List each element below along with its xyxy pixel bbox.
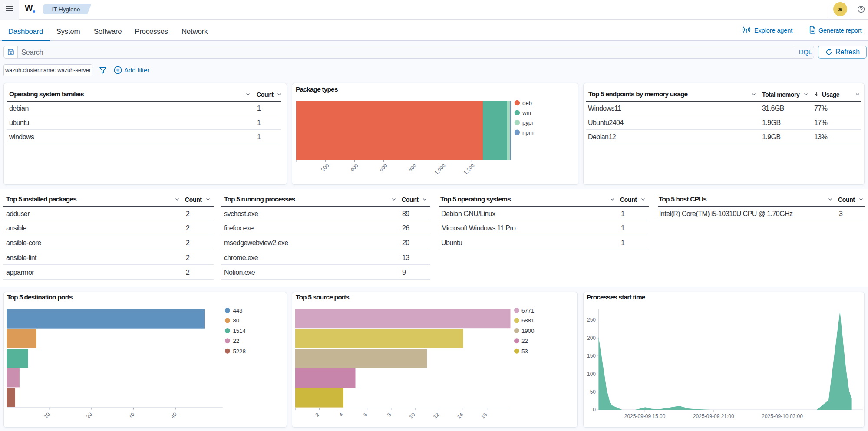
svg-text:50: 50 <box>590 389 596 395</box>
svg-text:6881: 6881 <box>521 317 534 324</box>
svg-text:6771: 6771 <box>521 307 534 314</box>
svg-text:2025-09-09 15:00: 2025-09-09 15:00 <box>624 413 666 419</box>
svg-text:deb: deb <box>522 100 532 106</box>
svg-text:600: 600 <box>378 162 389 173</box>
svg-text:npm: npm <box>522 129 534 136</box>
svg-text:150: 150 <box>587 353 596 359</box>
svg-text:0: 0 <box>593 407 596 413</box>
svg-text:1514: 1514 <box>233 328 246 334</box>
svg-text:2025-09-09 21:00: 2025-09-09 21:00 <box>693 413 734 419</box>
svg-text:53: 53 <box>521 348 528 355</box>
svg-text:10: 10 <box>408 411 417 420</box>
svg-text:14: 14 <box>456 411 465 420</box>
svg-text:443: 443 <box>233 307 243 314</box>
svg-text:12: 12 <box>432 411 441 420</box>
svg-text:250: 250 <box>587 317 596 323</box>
svg-text:800: 800 <box>407 162 418 173</box>
svg-text:1,200: 1,200 <box>462 162 476 176</box>
svg-text:1900: 1900 <box>521 328 534 334</box>
svg-text:100: 100 <box>587 371 596 377</box>
svg-text:1,000: 1,000 <box>433 162 447 176</box>
svg-text:win: win <box>522 109 531 116</box>
svg-text:6: 6 <box>362 411 369 418</box>
svg-text:8: 8 <box>386 411 393 418</box>
svg-text:pypi: pypi <box>522 119 533 126</box>
svg-text:5228: 5228 <box>233 348 246 355</box>
svg-text:200: 200 <box>320 162 330 173</box>
svg-text:16: 16 <box>480 411 488 420</box>
svg-text:40: 40 <box>169 411 178 420</box>
svg-text:200: 200 <box>587 335 596 341</box>
svg-text:2: 2 <box>314 411 320 418</box>
svg-text:22: 22 <box>233 338 240 344</box>
svg-text:10: 10 <box>43 411 52 420</box>
svg-text:80: 80 <box>233 317 240 324</box>
svg-text:30: 30 <box>127 411 136 420</box>
svg-text:2025-09-10 03:00: 2025-09-10 03:00 <box>762 413 803 419</box>
svg-text:400: 400 <box>349 162 360 173</box>
svg-text:4: 4 <box>338 411 345 418</box>
svg-text:22: 22 <box>521 338 528 344</box>
svg-text:20: 20 <box>85 411 94 420</box>
